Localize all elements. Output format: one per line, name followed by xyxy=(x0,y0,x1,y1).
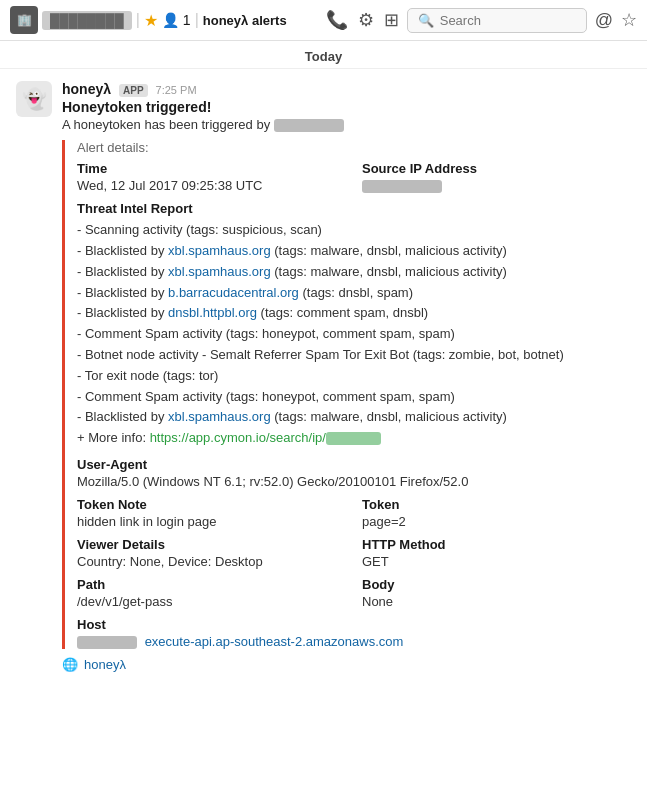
token-note-field: Token Note hidden link in login page xyxy=(77,497,346,529)
threat-item-7: - Botnet node activity - Semalt Referrer… xyxy=(77,345,631,366)
message-subtitle: A honeytoken has been triggered by xyxy=(62,117,631,132)
time-field: Time Wed, 12 Jul 2017 09:25:38 UTC xyxy=(77,161,346,193)
channel-name: honeyλ alerts xyxy=(203,13,287,28)
message-header: honeyλ APP 7:25 PM xyxy=(62,81,631,97)
source-ip-value xyxy=(362,178,631,193)
message-title: Honeytoken triggered! xyxy=(62,99,631,115)
threat-item-1: - Scanning activity (tags: suspicious, s… xyxy=(77,220,631,241)
threat-list: - Scanning activity (tags: suspicious, s… xyxy=(77,220,631,449)
sender-name: honeyλ xyxy=(62,81,111,97)
details-grid: User-Agent Mozilla/5.0 (Windows NT 6.1; … xyxy=(77,457,631,649)
workspace-label: ████████ xyxy=(42,11,132,30)
viewer-details-field: Viewer Details Country: None, Device: De… xyxy=(77,537,346,569)
token-field: Token page=2 xyxy=(362,497,631,529)
more-info-ip-redacted xyxy=(326,432,381,445)
link-xbl-2[interactable]: xbl.spamhaus.org xyxy=(168,264,271,279)
search-input[interactable] xyxy=(440,13,576,28)
threat-item-3: - Blacklisted by xbl.spamhaus.org (tags:… xyxy=(77,262,631,283)
threat-item-5: - Blacklisted by dnsbl.httpbl.org (tags:… xyxy=(77,303,631,324)
alert-card: Alert details: Time Wed, 12 Jul 2017 09:… xyxy=(62,140,631,649)
host-value: execute-api.ap-southeast-2.amazonaws.com xyxy=(77,634,631,649)
message-footer: 🌐 honeyλ xyxy=(62,657,631,672)
link-barracuda[interactable]: b.barracudacentral.org xyxy=(168,285,299,300)
app-badge: APP xyxy=(119,84,148,97)
link-dnsbl[interactable]: dnsbl.httpbl.org xyxy=(168,305,257,320)
workspace-icon[interactable]: 🏢 xyxy=(10,6,38,34)
at-icon[interactable]: @ xyxy=(595,10,613,31)
star-icon[interactable]: ★ xyxy=(144,11,158,30)
alert-section-label: Alert details: xyxy=(77,140,631,155)
settings-icon[interactable]: ⚙ xyxy=(358,9,374,31)
top-bar-left: 🏢 ████████ | ★ 👤 1 | honeyλ alerts xyxy=(10,6,318,34)
more-info: + More info: https://app.cymon.io/search… xyxy=(77,428,631,449)
footer-icon: 🌐 xyxy=(62,657,78,672)
top-bar: 🏢 ████████ | ★ 👤 1 | honeyλ alerts 📞 ⚙ ⊞… xyxy=(0,0,647,41)
top-bar-icons: 📞 ⚙ ⊞ xyxy=(326,9,399,31)
source-ip-redacted xyxy=(362,180,442,193)
threat-item-6: - Comment Spam activity (tags: honeypot,… xyxy=(77,324,631,345)
date-header: Today xyxy=(0,41,647,69)
source-ip-field: Source IP Address xyxy=(362,161,631,193)
threat-item-9: - Comment Spam activity (tags: honeypot,… xyxy=(77,387,631,408)
link-xbl-3[interactable]: xbl.spamhaus.org xyxy=(168,409,271,424)
phone-icon[interactable]: 📞 xyxy=(326,9,348,31)
bookmark-icon[interactable]: ☆ xyxy=(621,9,637,31)
more-info-link[interactable]: https://app.cymon.io/search/ip/ xyxy=(150,430,381,445)
timestamp: 7:25 PM xyxy=(156,84,197,96)
footer-label: honeyλ xyxy=(84,657,126,672)
http-method-field: HTTP Method GET xyxy=(362,537,631,569)
avatar: 👻 xyxy=(16,81,52,117)
search-box[interactable]: 🔍 xyxy=(407,8,587,33)
threat-item-2: - Blacklisted by xbl.spamhaus.org (tags:… xyxy=(77,241,631,262)
user-agent-field: User-Agent Mozilla/5.0 (Windows NT 6.1; … xyxy=(77,457,631,489)
message-content: honeyλ APP 7:25 PM Honeytoken triggered!… xyxy=(62,81,631,672)
threat-title: Threat Intel Report xyxy=(77,201,631,216)
threat-item-8: - Tor exit node (tags: tor) xyxy=(77,366,631,387)
path-field: Path /dev/v1/get-pass xyxy=(77,577,346,609)
alert-header-grid: Time Wed, 12 Jul 2017 09:25:38 UTC Sourc… xyxy=(77,161,631,193)
threat-item-10: - Blacklisted by xbl.spamhaus.org (tags:… xyxy=(77,407,631,428)
message-container: 👻 honeyλ APP 7:25 PM Honeytoken triggere… xyxy=(0,69,647,684)
user-count-icon: 👤 xyxy=(162,12,179,28)
link-xbl-1[interactable]: xbl.spamhaus.org xyxy=(168,243,271,258)
top-bar-divider2: | xyxy=(195,11,199,29)
host-ip-redacted xyxy=(77,636,137,649)
ip-redacted xyxy=(274,119,344,132)
user-count: 1 xyxy=(183,12,191,28)
divider: | xyxy=(136,11,140,29)
layout-icon[interactable]: ⊞ xyxy=(384,9,399,31)
search-icon: 🔍 xyxy=(418,13,434,28)
body-field: Body None xyxy=(362,577,631,609)
threat-item-4: - Blacklisted by b.barracudacentral.org … xyxy=(77,283,631,304)
host-field: Host execute-api.ap-southeast-2.amazonaw… xyxy=(77,617,631,649)
host-link[interactable]: execute-api.ap-southeast-2.amazonaws.com xyxy=(145,634,404,649)
